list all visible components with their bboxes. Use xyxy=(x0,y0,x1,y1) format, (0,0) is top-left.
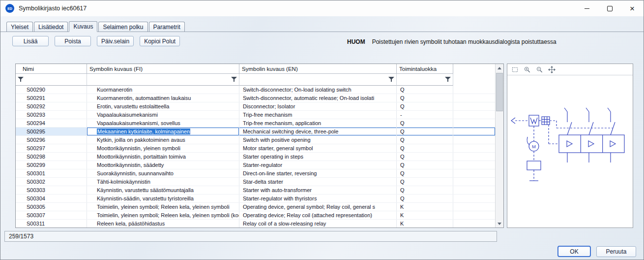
cell-en: Starter with auto-transformer xyxy=(239,186,397,194)
cell-luokka: Q xyxy=(397,186,453,194)
cell-fi: Mekaaninen kytkinlaite, kolminapainen xyxy=(87,128,239,135)
table-header-row: NimiSymbolin kuvaus (FI)Symbolin kuvaus … xyxy=(16,64,495,74)
table-row[interactable]: S00304Käynnistin-säädin, varustettu tyri… xyxy=(16,195,495,203)
cell-luokka: K xyxy=(397,203,453,211)
p-iv-selain-button[interactable]: Päiv.selain xyxy=(97,36,134,46)
cell-nimi: S00307 xyxy=(16,211,87,219)
cell-nimi: S00293 xyxy=(16,111,87,119)
table-row[interactable]: S00290KuormanerotinSwitch-disconnector; … xyxy=(16,86,495,94)
column-header-nimi[interactable]: Nimi xyxy=(16,64,87,74)
cell-luokka: Q xyxy=(397,136,453,144)
cell-fi: Toimielin, yleinen symboli; Releen kela,… xyxy=(87,211,239,219)
table-row[interactable]: S00293VapaalaukaisumekanismiTrip-free me… xyxy=(16,111,495,119)
tab-parametrit[interactable]: Parametrit xyxy=(149,22,185,32)
pan-icon[interactable] xyxy=(548,65,556,73)
filter-cell-fi[interactable] xyxy=(87,74,239,86)
table-row[interactable]: S00295Mekaaninen kytkinlaite, kolminapai… xyxy=(16,128,495,136)
filter-funnel-icon[interactable] xyxy=(18,77,24,82)
table-row[interactable]: S00296Kytkin, joilla on pakkotoiminen av… xyxy=(16,136,495,144)
scroll-up-icon xyxy=(498,67,501,69)
cell-nimi: S00295 xyxy=(16,128,87,135)
table-row[interactable]: S00302Tähti-kolmiokäynnistinStar-delta s… xyxy=(16,178,495,186)
minimize-button[interactable] xyxy=(576,0,598,16)
cancel-button[interactable]: Peruuta xyxy=(596,246,636,257)
table-row[interactable]: S00303Käynnistin, varustettu säästömuunt… xyxy=(16,186,495,195)
cell-luokka: K xyxy=(397,211,453,219)
tab-lis-tiedot[interactable]: Lisätiedot xyxy=(34,22,68,32)
zoom-out-icon[interactable] xyxy=(535,65,543,73)
table-scrollbar[interactable] xyxy=(495,64,503,228)
cell-en: Operating device; Relay coil (attached r… xyxy=(239,211,397,219)
cell-fi: Moottorikäynnistin, portaittain toimiva xyxy=(87,153,239,161)
cell-fi: Moottorikäynnistin, säädetty xyxy=(87,161,239,169)
column-header-en[interactable]: Symbolin kuvaus (EN) xyxy=(239,64,397,74)
kopioi-polut-button[interactable]: Kopioi Polut xyxy=(140,36,180,46)
table-row[interactable]: S00294Vapaalaukaisumekanismi, sovellusTr… xyxy=(16,119,495,128)
tab-kuvaus[interactable]: Kuvaus xyxy=(69,21,97,32)
tab-selaimen-polku[interactable]: Selaimen polku xyxy=(98,22,147,32)
cell-en: Relay coil of a slow-releasing relay xyxy=(239,220,397,228)
cell-fi: Releen kela, päästöhidastus xyxy=(87,220,239,228)
cell-en: Star-delta starter xyxy=(239,178,397,186)
selected-text: Mekaaninen kytkinlaite, kolminapainen xyxy=(97,129,190,134)
cell-en: Switch-disconnector, automatic release; … xyxy=(239,94,397,102)
table-row[interactable]: S00301Suorakäynnistin, suunnanvaihtoDire… xyxy=(16,169,495,178)
filter-funnel-icon[interactable] xyxy=(388,77,394,82)
cell-fi: Vapaalaukaisumekanismi xyxy=(87,111,239,119)
cell-en: Starter-regulator with thyristors xyxy=(239,195,397,202)
close-button[interactable] xyxy=(621,0,644,16)
lis-button[interactable]: Lisää xyxy=(12,36,49,46)
preview-toolbar xyxy=(507,64,633,75)
maximize-button[interactable] xyxy=(598,0,621,16)
app-icon: ED xyxy=(5,4,14,13)
dialog-window: ED Symbolikirjasto iec60617 YleisetLisät… xyxy=(0,0,644,260)
zoom-in-icon[interactable] xyxy=(523,65,531,73)
cell-en: Switch with positive opening xyxy=(239,136,397,144)
table-rows: S00290KuormanerotinSwitch-disconnector; … xyxy=(16,86,495,228)
ok-button[interactable]: OK xyxy=(557,246,591,257)
note-body: Poistettujen rivien symbolit tuhotaan mu… xyxy=(372,38,556,45)
cell-nimi: S00305 xyxy=(16,203,87,211)
filter-cell-nimi[interactable] xyxy=(16,74,87,86)
filter-funnel-icon[interactable] xyxy=(445,77,451,82)
cell-nimi: S00299 xyxy=(16,161,87,169)
table-row[interactable]: S00311Releen kela, päästöhidastusRelay c… xyxy=(16,220,495,228)
cell-luokka: Q xyxy=(397,94,453,102)
note-text: HUOMPoistettujen rivien symbolit tuhotaa… xyxy=(347,38,556,45)
filter-funnel-icon[interactable] xyxy=(231,77,237,82)
column-header-fi[interactable]: Symbolin kuvaus (FI) xyxy=(87,64,239,74)
scroll-up-button[interactable] xyxy=(496,64,503,72)
column-header-luokka[interactable]: Toimintaluokka xyxy=(397,64,453,74)
cell-fi: Erotin, varustettu estolaitteella xyxy=(87,102,239,110)
cell-fi: Tähti-kolmiokäynnistin xyxy=(87,178,239,186)
row-counter: 259/1573 xyxy=(9,233,33,240)
table-row[interactable]: S00307Toimielin, yleinen symboli; Releen… xyxy=(16,211,495,220)
filter-cell-luokka[interactable] xyxy=(397,74,453,86)
tab-yleiset[interactable]: Yleiset xyxy=(6,22,33,32)
table-row[interactable]: S00299Moottorikäynnistin, säädettyStarte… xyxy=(16,161,495,169)
cell-luokka: Q xyxy=(397,119,453,127)
cell-en: Switch-disconnector; On-load isolating s… xyxy=(239,86,397,94)
cell-nimi: S00294 xyxy=(16,119,87,127)
cell-luokka: - xyxy=(397,111,453,119)
poista-button[interactable]: Poista xyxy=(55,36,91,46)
table-row[interactable]: S00298Moottorikäynnistin, portaittain to… xyxy=(16,153,495,161)
cell-luokka: Q xyxy=(397,169,453,177)
table-row[interactable]: S00291Kuormanerotin, automaattinen lauka… xyxy=(16,94,495,102)
cell-fi: Toimielin, yleinen symboli; Releen kela,… xyxy=(87,203,239,211)
filter-cell-en[interactable] xyxy=(239,74,397,86)
cell-nimi: S00296 xyxy=(16,136,87,144)
cell-luokka: Q xyxy=(397,161,453,169)
scrollbar-thumb[interactable] xyxy=(496,73,503,111)
zoom-window-icon[interactable] xyxy=(511,65,519,73)
cell-en: Direct-on-line starter, reversing xyxy=(239,169,397,177)
cell-fi: Vapaalaukaisumekanismi, sovellus xyxy=(87,119,239,127)
cell-en: Starter-regulator xyxy=(239,161,397,169)
table-row[interactable]: S00305Toimielin, yleinen symboli; Releen… xyxy=(16,203,495,211)
scroll-down-button[interactable] xyxy=(496,220,503,228)
cell-fi: Kytkin, joilla on pakkotoiminen avaus xyxy=(87,136,239,144)
symbol-table: NimiSymbolin kuvaus (FI)Symbolin kuvaus … xyxy=(15,64,504,228)
cell-luokka: Q xyxy=(397,144,453,152)
table-row[interactable]: S00297Moottorikäynnistin, yleinen symbol… xyxy=(16,144,495,153)
table-row[interactable]: S00292Erotin, varustettu estolaitteellaD… xyxy=(16,102,495,111)
